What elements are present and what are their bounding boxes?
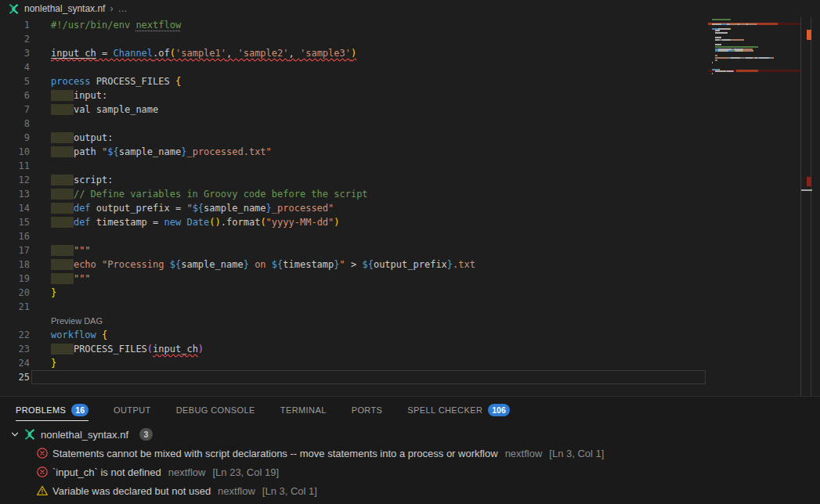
code-line[interactable]: Preview DAG — [0, 314, 706, 328]
line-number[interactable]: 14 — [0, 201, 30, 215]
code-token: ${ — [170, 259, 181, 270]
minimap-token — [718, 28, 730, 30]
minimap-token — [731, 57, 740, 59]
line-code — [31, 32, 706, 46]
minimap-token — [712, 73, 713, 74]
tab-spell-checker[interactable]: SPELL CHECKER 106 — [407, 397, 509, 423]
line-number[interactable]: 2 — [0, 32, 30, 46]
chevron-down-icon[interactable] — [9, 429, 22, 440]
code-token: ${ — [107, 146, 118, 157]
tab-debug-console[interactable]: DEBUG CONSOLE — [176, 397, 255, 423]
line-number[interactable]: 4 — [0, 60, 30, 74]
line-number[interactable]: 16 — [0, 229, 30, 243]
line-number[interactable]: 9 — [0, 131, 30, 145]
code-token: " — [186, 203, 192, 214]
code-line[interactable]: 13 // Define variables in Groovy code be… — [0, 187, 706, 201]
tab-problems[interactable]: PROBLEMS 16 — [16, 397, 89, 423]
problem-row[interactable]: Statements cannot be mixed with script d… — [0, 444, 820, 463]
minimap[interactable] — [708, 17, 800, 393]
line-number[interactable]: 19 — [0, 272, 30, 286]
line-number[interactable] — [0, 314, 30, 328]
line-number[interactable]: 7 — [0, 103, 30, 117]
code-line[interactable]: 5process PROCESS_FILES { — [0, 74, 706, 88]
line-number[interactable]: 20 — [0, 286, 30, 300]
code-line[interactable]: 21 — [0, 300, 706, 314]
code-line[interactable]: 1#!/usr/bin/env nextflow — [0, 18, 706, 32]
codelens-row[interactable]: Preview DAG — [31, 314, 706, 328]
error-icon — [36, 447, 49, 459]
line-number[interactable]: 23 — [0, 342, 30, 356]
code-line[interactable]: 6 input: — [0, 88, 706, 103]
code-line[interactable]: 11 — [0, 159, 706, 173]
code-line[interactable]: 19 """ — [0, 272, 706, 286]
line-code — [31, 229, 706, 243]
problems-tree: nonlethal_syntax.nf 3 Statements cannot … — [0, 423, 820, 500]
tab-output[interactable]: OUTPUT — [114, 397, 151, 423]
code-token — [51, 273, 74, 284]
tab-terminal[interactable]: TERMINAL — [280, 397, 327, 423]
minimap-token — [748, 23, 755, 25]
line-number[interactable]: 12 — [0, 173, 30, 187]
line-number[interactable]: 15 — [0, 215, 30, 229]
tab-ports[interactable]: PORTS — [352, 397, 383, 423]
code-line[interactable]: 8 — [0, 117, 706, 131]
line-number[interactable]: 17 — [0, 243, 30, 257]
line-number[interactable]: 22 — [0, 328, 30, 342]
line-number[interactable]: 10 — [0, 145, 30, 159]
codelens-preview-dag[interactable]: Preview DAG — [51, 316, 103, 326]
code-line[interactable]: 22workflow { — [0, 328, 706, 342]
line-number[interactable]: 5 — [0, 74, 30, 88]
line-code: """ — [31, 243, 706, 257]
code-line[interactable]: 20} — [0, 286, 706, 300]
breadcrumb-filename[interactable]: nonlethal_syntax.nf — [24, 3, 105, 14]
code-line[interactable]: 12 script: — [0, 173, 706, 187]
code-line[interactable]: 16 — [0, 229, 706, 243]
breadcrumb-symbol-ellipsis[interactable]: … — [117, 3, 127, 14]
line-number[interactable]: 1 — [0, 18, 30, 32]
problem-row[interactable]: Variable was declared but not used nextf… — [0, 481, 820, 500]
code-line[interactable]: 24} — [0, 356, 706, 370]
line-number[interactable]: 21 — [0, 300, 30, 314]
code-line[interactable]: 14 def output_prefix = "${sample_name}_p… — [0, 201, 706, 215]
code-token: , — [289, 48, 300, 59]
line-number[interactable]: 25 — [0, 370, 30, 384]
code-line[interactable]: 4 — [0, 60, 706, 74]
code-line[interactable]: 25 — [0, 370, 706, 384]
code-token: new — [164, 217, 187, 228]
line-number[interactable]: 6 — [0, 88, 30, 103]
code-line[interactable]: 23 PROCESS_FILES(input_ch) — [0, 342, 706, 356]
code-token: ${ — [193, 203, 204, 214]
code-line[interactable]: 15 def timestamp = new Date().format("yy… — [0, 215, 706, 229]
editor[interactable]: 1#!/usr/bin/env nextflow23input_ch = Cha… — [0, 17, 820, 396]
code-line[interactable]: 18 echo "Processing ${sample_name} on ${… — [0, 257, 706, 272]
ruler-cursor-mark — [801, 189, 812, 191]
minimap-token — [721, 23, 727, 25]
code-line[interactable]: 17 """ — [0, 243, 706, 257]
code-token: output_prefix — [374, 259, 447, 270]
minimap-token — [712, 19, 724, 20]
minimap-token — [730, 28, 731, 30]
line-number[interactable]: 8 — [0, 117, 30, 131]
code-line[interactable]: 9 output: — [0, 131, 706, 145]
line-code: input: — [31, 88, 706, 103]
code-token: _processed" — [272, 203, 334, 214]
code-token: on — [249, 259, 272, 270]
code-token: ${ — [362, 259, 373, 270]
code-line[interactable]: 3input_ch = Channel.of('sample1', 'sampl… — [0, 46, 706, 60]
problem-row[interactable]: `input_ch` is not defined nextflow [Ln 2… — [0, 463, 820, 481]
code-token: """ — [74, 273, 91, 284]
line-code: } — [31, 286, 706, 300]
overview-ruler[interactable] — [800, 17, 811, 396]
code-line[interactable]: 2 — [0, 32, 706, 46]
code-line[interactable]: 7 val sample_name — [0, 103, 706, 117]
line-number[interactable]: 18 — [0, 257, 30, 272]
code-line[interactable]: 10 path "${sample_name}_processed.txt" — [0, 145, 706, 159]
warning-icon — [36, 484, 49, 497]
problem-message: Variable was declared but not used — [52, 485, 211, 497]
line-number[interactable]: 3 — [0, 46, 30, 60]
line-number[interactable]: 13 — [0, 187, 30, 201]
line-number[interactable]: 24 — [0, 356, 30, 370]
line-number[interactable]: 11 — [0, 159, 30, 173]
code-token — [51, 132, 74, 143]
problems-file-row[interactable]: nonlethal_syntax.nf 3 — [0, 425, 820, 444]
